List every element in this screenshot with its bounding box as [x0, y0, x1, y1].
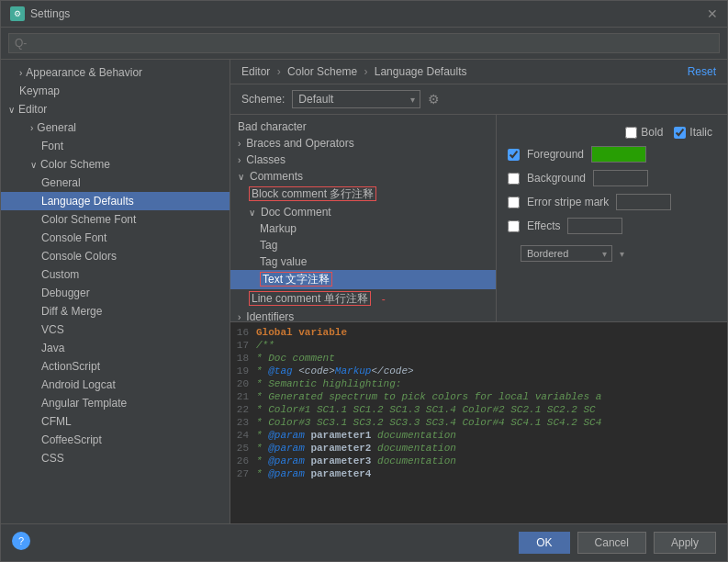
sidebar-item-diff-merge[interactable]: Diff & Merge	[1, 302, 230, 320]
tree-item-doc-comment[interactable]: ∨ Doc Comment	[230, 204, 496, 220]
breadcrumb-sep1: ›	[277, 65, 284, 78]
sidebar-item-general[interactable]: › General	[1, 118, 230, 137]
sidebar-item-label: Console Font	[41, 231, 106, 244]
sidebar-item-cfml[interactable]: CFML	[1, 412, 230, 431]
code-line-25: 25 * @param parameter2 documentation	[230, 442, 727, 455]
help-button[interactable]: ?	[12, 532, 30, 550]
ok-button[interactable]: OK	[519, 532, 569, 554]
sidebar-item-label: Debugger	[41, 287, 90, 299]
sidebar-item-label: CFML	[41, 415, 72, 428]
bold-label[interactable]: Bold	[625, 126, 663, 139]
tree-item-label: Tag value	[260, 255, 307, 268]
tree-item-tag-value[interactable]: Tag value	[230, 253, 496, 270]
tree-item-block-comment[interactable]: Block comment 多行注释	[230, 185, 496, 204]
code-line-22: 22 * Color#1 SC1.1 SC1.2 SC1.3 SC1.4 Col…	[230, 403, 727, 416]
chevron-down-icon: ▾	[620, 249, 624, 259]
sidebar-item-label: ActionScript	[41, 360, 100, 373]
code-line-17: 17 /**	[230, 339, 727, 352]
arrow-icon: ∨	[30, 160, 37, 170]
title-bar: ⚙ Settings ✕	[1, 1, 727, 28]
sidebar-item-angular-template[interactable]: Angular Template	[1, 394, 230, 412]
tree-item-tag[interactable]: Tag	[230, 237, 496, 253]
sidebar-item-cs-font[interactable]: Color Scheme Font	[1, 210, 230, 229]
error-stripe-color-box[interactable]	[616, 194, 671, 210]
arrow-icon: ›	[238, 312, 241, 322]
tree-item-label: Tag	[260, 239, 277, 252]
effects-select[interactable]: Bordered Underline Bold Underline Strike…	[521, 245, 612, 262]
sidebar-item-cs-general[interactable]: General	[1, 174, 230, 192]
sidebar-item-custom[interactable]: Custom	[1, 265, 230, 284]
sidebar-item-label: Angular Template	[41, 397, 127, 410]
tree-item-text[interactable]: Text 文字注释	[230, 270, 496, 289]
tree-item-classes[interactable]: › Classes	[230, 152, 496, 168]
sidebar-item-label: Color Scheme Font	[41, 213, 136, 226]
sidebar-item-label: Console Colors	[41, 250, 117, 263]
error-stripe-checkbox[interactable]	[508, 197, 520, 208]
sidebar-item-vcs[interactable]: VCS	[1, 320, 230, 339]
gear-icon[interactable]: ⚙	[428, 92, 440, 107]
foreground-checkbox[interactable]	[508, 149, 520, 161]
foreground-label: Foreground	[527, 148, 584, 161]
sidebar-item-keymap[interactable]: Keymap	[1, 82, 230, 100]
tree-item-label: Braces and Operators	[246, 137, 353, 150]
sidebar-item-appearance[interactable]: › Appearance & Behavior	[1, 63, 230, 82]
sidebar-item-color-scheme[interactable]: ∨ Color Scheme	[1, 155, 230, 174]
tree-item-markup[interactable]: Markup	[230, 220, 496, 237]
sidebar-item-label: Color Scheme	[40, 158, 110, 171]
sidebar-item-java[interactable]: Java	[1, 339, 230, 357]
close-button[interactable]: ✕	[707, 6, 718, 21]
effects-checkbox[interactable]	[508, 220, 520, 232]
scheme-select-wrapper: Default Darcula High Contrast IntelliJ L…	[292, 90, 420, 108]
background-checkbox[interactable]	[508, 173, 520, 185]
content-area: › Appearance & Behavior Keymap ∨ Editor …	[1, 60, 727, 523]
sidebar: › Appearance & Behavior Keymap ∨ Editor …	[1, 60, 230, 523]
sidebar-item-coffeescript[interactable]: CoffeeScript	[1, 431, 230, 449]
tree-item-line-comment[interactable]: Line comment 单行注释 -	[230, 289, 496, 309]
sidebar-item-console-colors[interactable]: Console Colors	[1, 247, 230, 265]
arrow-icon: ›	[19, 68, 22, 78]
sidebar-item-label: General	[41, 176, 81, 189]
effects-dropdown-row: Bordered Underline Bold Underline Strike…	[508, 245, 716, 262]
background-color-box[interactable]	[593, 170, 648, 186]
sidebar-item-debugger[interactable]: Debugger	[1, 284, 230, 302]
foreground-row: Foreground	[508, 146, 716, 163]
sidebar-item-label: Editor	[18, 103, 47, 116]
sidebar-item-actionscript[interactable]: ActionScript	[1, 357, 230, 376]
cancel-button[interactable]: Cancel	[577, 532, 646, 554]
tree-item-comments[interactable]: ∨ Comments	[230, 168, 496, 185]
sidebar-item-label: Keymap	[19, 84, 60, 97]
tree-item-identifiers[interactable]: › Identifiers	[230, 309, 496, 321]
tree-item-braces[interactable]: › Braces and Operators	[230, 135, 496, 152]
sidebar-item-label: Custom	[41, 268, 79, 281]
apply-button[interactable]: Apply	[654, 532, 716, 554]
effects-label: Effects	[527, 219, 560, 232]
code-line-16: 16 Global variable	[230, 326, 727, 339]
background-row: Background	[508, 170, 716, 186]
italic-label[interactable]: Italic	[674, 126, 712, 139]
arrow-icon: ›	[30, 123, 33, 133]
search-input[interactable]	[8, 33, 720, 53]
reset-button[interactable]: Reset	[688, 65, 716, 78]
sidebar-item-editor[interactable]: ∨ Editor	[1, 100, 230, 118]
tree-item-bad-char[interactable]: Bad character	[230, 118, 496, 135]
tree-item-label: Identifiers	[246, 310, 294, 321]
sidebar-item-lang-defaults[interactable]: Language Defaults	[1, 192, 230, 210]
tree-item-label: Bad character	[238, 120, 307, 133]
title-bar-left: ⚙ Settings	[10, 6, 70, 21]
settings-dialog: ⚙ Settings ✕ › Appearance & Behavior Key…	[0, 0, 728, 562]
tree-item-label: Classes	[246, 153, 286, 166]
sidebar-item-console-font[interactable]: Console Font	[1, 229, 230, 247]
code-line-24: 24 * @param parameter1 documentation	[230, 429, 727, 442]
bold-italic-row: Bold Italic	[508, 126, 716, 139]
sidebar-item-css[interactable]: CSS	[1, 449, 230, 467]
sidebar-item-android-logcat[interactable]: Android Logcat	[1, 376, 230, 394]
editor-area: Bad character › Braces and Operators › C…	[230, 115, 727, 321]
settings-icon: ⚙	[10, 6, 25, 21]
bold-checkbox[interactable]	[625, 127, 637, 139]
foreground-color-box[interactable]	[591, 146, 646, 163]
sidebar-item-label: Appearance & Behavior	[26, 66, 142, 79]
effects-color-box[interactable]	[567, 218, 622, 234]
sidebar-item-font[interactable]: Font	[1, 137, 230, 155]
italic-checkbox[interactable]	[674, 127, 686, 139]
scheme-select[interactable]: Default Darcula High Contrast IntelliJ L…	[292, 90, 420, 108]
